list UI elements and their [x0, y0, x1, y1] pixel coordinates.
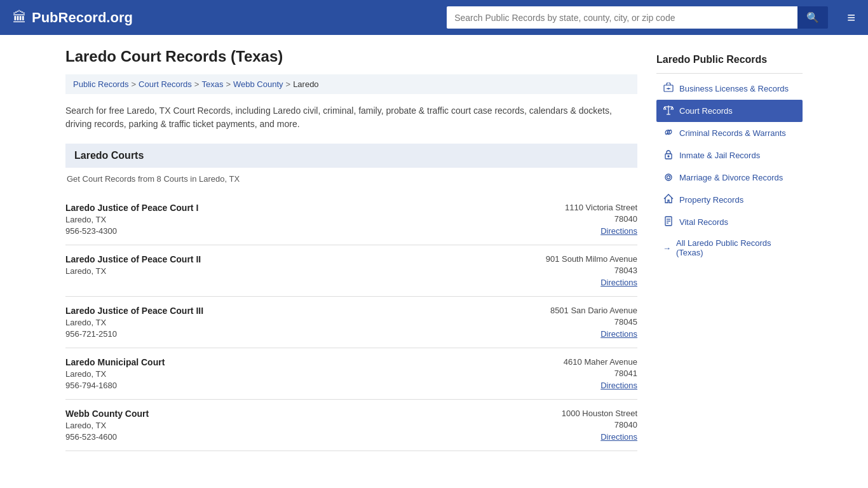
sidebar-all-label: All Laredo Public Records (Texas)	[676, 238, 796, 257]
sidebar-icon-3	[663, 149, 674, 161]
breadcrumb: Public Records > Court Records > Texas >…	[65, 74, 637, 94]
hamburger-icon: ≡	[847, 10, 855, 25]
sidebar-title: Laredo Public Records	[656, 48, 803, 74]
breadcrumb-laredo: Laredo	[293, 79, 318, 89]
court-city: Laredo, TX	[65, 266, 201, 276]
directions-link[interactable]: Directions	[600, 381, 637, 390]
header: 🏛 PubRecord.org 🔍 ≡	[0, 0, 868, 35]
sidebar-item-business-licenses-and-records[interactable]: Business Licenses & Records	[656, 78, 803, 100]
section-header: Laredo Courts	[65, 144, 637, 168]
sidebar-item-marriage-and-divorce-records[interactable]: Marriage & Divorce Records	[656, 166, 803, 189]
main-content: Laredo Court Records (Texas) Public Reco…	[65, 48, 637, 451]
sidebar-item-label: Inmate & Jail Records	[679, 151, 760, 160]
sidebar-item-court-records[interactable]: Court Records	[656, 100, 803, 122]
court-name: Laredo Justice of Peace Court III	[65, 306, 203, 316]
sidebar-icon-6	[663, 216, 674, 228]
main-container: Laredo Court Records (Texas) Public Reco…	[53, 35, 815, 464]
address-street: 1110 Victoria Street	[565, 203, 637, 212]
court-name: Laredo Justice of Peace Court I	[65, 203, 198, 213]
sidebar-icon-5	[663, 194, 674, 206]
sidebar-item-inmate-and-jail-records[interactable]: Inmate & Jail Records	[656, 144, 803, 166]
court-address: 8501 San Dario Avenue 78045 Directions	[550, 306, 637, 339]
court-info: Laredo Municipal Court Laredo, TX 956-79…	[65, 357, 165, 390]
sidebar-all-records-link[interactable]: → All Laredo Public Records (Texas)	[656, 233, 803, 262]
court-entry: Laredo Justice of Peace Court II Laredo,…	[65, 245, 637, 297]
sidebar-item-label: Criminal Records & Warrants	[679, 128, 786, 138]
sidebar-icon-2	[663, 127, 674, 139]
svg-point-9	[667, 176, 670, 179]
logo-icon: 🏛	[13, 10, 27, 26]
address-street: 4610 Maher Avenue	[564, 357, 637, 367]
court-address: 1000 Houston Street 78040 Directions	[562, 409, 637, 442]
sidebar: Laredo Public Records Business Licenses …	[656, 48, 803, 451]
courts-list: Laredo Justice of Peace Court I Laredo, …	[65, 194, 637, 451]
page-description: Search for free Laredo, TX Court Records…	[65, 104, 637, 131]
sidebar-item-label: Property Records	[679, 195, 743, 205]
breadcrumb-texas[interactable]: Texas	[201, 79, 223, 89]
sidebar-item-label: Court Records	[679, 106, 733, 116]
directions-link[interactable]: Directions	[600, 226, 637, 236]
court-address: 4610 Maher Avenue 78041 Directions	[564, 357, 637, 390]
section-sub: Get Court Records from 8 Courts in Lared…	[65, 174, 637, 184]
sidebar-item-label: Business Licenses & Records	[679, 84, 789, 93]
court-city: Laredo, TX	[65, 369, 165, 379]
court-info: Laredo Justice of Peace Court III Laredo…	[65, 306, 203, 339]
address-zip: 78040	[562, 420, 637, 430]
search-icon: 🔍	[806, 12, 819, 23]
sidebar-icon-0	[663, 83, 674, 95]
court-entry: Webb County Court Laredo, TX 956-523-460…	[65, 400, 637, 451]
court-phone: 956-523-4300	[65, 226, 198, 236]
menu-button[interactable]: ≡	[847, 10, 855, 26]
address-zip: 78040	[565, 214, 637, 224]
court-entry: Laredo Justice of Peace Court I Laredo, …	[65, 194, 637, 245]
court-city: Laredo, TX	[65, 318, 203, 327]
breadcrumb-public-records[interactable]: Public Records	[73, 79, 128, 89]
svg-point-8	[665, 174, 672, 180]
court-info: Webb County Court Laredo, TX 956-523-460…	[65, 409, 149, 442]
sidebar-item-label: Vital Records	[679, 217, 728, 227]
logo-text: PubRecord.org	[32, 10, 133, 26]
court-name: Laredo Municipal Court	[65, 357, 165, 367]
directions-link[interactable]: Directions	[600, 329, 637, 339]
court-address: 1110 Victoria Street 78040 Directions	[565, 203, 637, 236]
sidebar-icon-4	[663, 172, 674, 184]
court-city: Laredo, TX	[65, 215, 198, 224]
address-zip: 78043	[546, 266, 637, 275]
address-zip: 78045	[550, 317, 637, 327]
address-zip: 78041	[564, 369, 637, 378]
address-street: 901 South Milmo Avenue	[546, 254, 637, 264]
court-entry: Laredo Municipal Court Laredo, TX 956-79…	[65, 348, 637, 400]
page-title: Laredo Court Records (Texas)	[65, 48, 637, 65]
search-area: 🔍	[447, 6, 828, 29]
sidebar-item-label: Marriage & Divorce Records	[679, 173, 783, 182]
directions-link[interactable]: Directions	[600, 432, 637, 442]
svg-point-7	[668, 156, 669, 157]
search-button[interactable]: 🔍	[797, 6, 828, 29]
logo-link[interactable]: 🏛 PubRecord.org	[13, 10, 133, 26]
court-entry: Laredo Justice of Peace Court III Laredo…	[65, 297, 637, 348]
court-phone: 956-721-2510	[65, 329, 203, 339]
court-name: Webb County Court	[65, 409, 149, 419]
court-address: 901 South Milmo Avenue 78043 Directions	[546, 254, 637, 287]
address-street: 1000 Houston Street	[562, 409, 637, 418]
court-city: Laredo, TX	[65, 421, 149, 430]
sidebar-item-criminal-records-and-warrants[interactable]: Criminal Records & Warrants	[656, 122, 803, 144]
address-street: 8501 San Dario Avenue	[550, 306, 637, 315]
court-name: Laredo Justice of Peace Court II	[65, 254, 201, 264]
court-phone: 956-794-1680	[65, 381, 165, 390]
sidebar-item-property-records[interactable]: Property Records	[656, 189, 803, 211]
court-phone: 956-523-4600	[65, 432, 149, 442]
breadcrumb-webb-county[interactable]: Webb County	[233, 79, 283, 89]
sidebar-icon-1	[663, 105, 674, 117]
sidebar-items: Business Licenses & Records Court Record…	[656, 78, 803, 233]
court-info: Laredo Justice of Peace Court II Laredo,…	[65, 254, 201, 287]
court-info: Laredo Justice of Peace Court I Laredo, …	[65, 203, 198, 236]
directions-link[interactable]: Directions	[600, 278, 637, 287]
breadcrumb-court-records[interactable]: Court Records	[139, 79, 192, 89]
arrow-icon: →	[663, 243, 671, 253]
search-input[interactable]	[447, 6, 797, 29]
sidebar-item-vital-records[interactable]: Vital Records	[656, 211, 803, 233]
